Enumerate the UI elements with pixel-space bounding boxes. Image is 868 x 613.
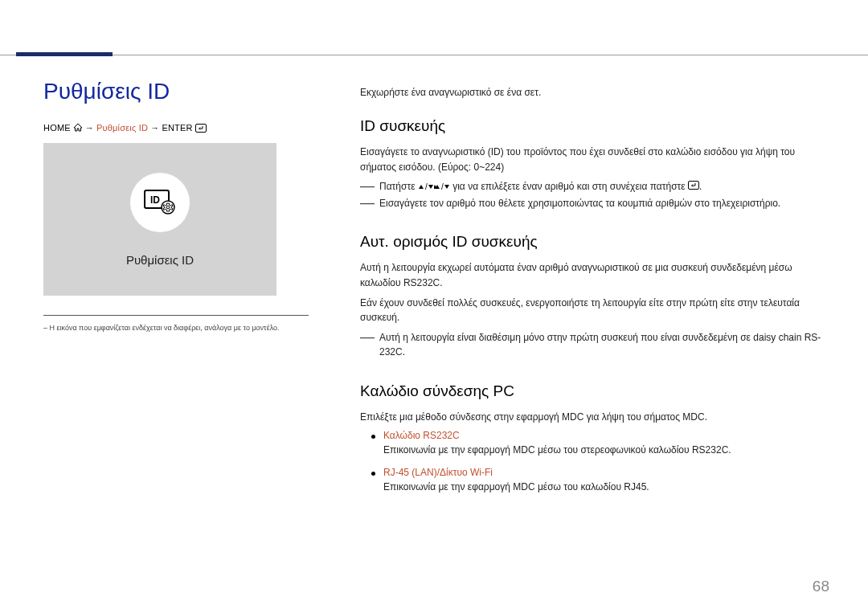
home-icon (73, 124, 83, 132)
section-device-id: ID συσκευής Εισαγάγετε το αναγνωριστικό … (360, 117, 831, 210)
auto-id-note: ― Αυτή η λειτουργία είναι διαθέσιμη μόνο… (360, 330, 831, 360)
enter-icon (195, 124, 207, 133)
auto-id-body-1: Αυτή η λειτουργία εκχωρεί αυτόματα έναν … (360, 260, 831, 290)
device-id-note-2: ― Εισαγάγετε τον αριθμό που θέλετε χρησι… (360, 196, 831, 211)
section-title-device-id: ID συσκευής (360, 117, 831, 135)
svg-text:/: / (441, 183, 444, 191)
auto-id-body-2: Εάν έχουν συνδεθεί πολλές συσκευές, ενερ… (360, 296, 831, 325)
page-number: 68 (813, 578, 829, 595)
enter-icon-inline (688, 181, 699, 190)
device-id-body: Εισαγάγετε το αναγνωριστικό (ID) του προ… (360, 145, 831, 174)
svg-text:ID: ID (150, 194, 160, 206)
image-disclaimer: – Η εικόνα που εμφανίζεται ενδέχεται να … (43, 315, 309, 332)
bullet-title-rs232c: Καλώδιο RS232C (383, 430, 460, 441)
breadcrumb: HOME → Ρυθμίσεις ID → ENTER (43, 123, 207, 133)
up-down-icon: / (418, 183, 434, 191)
section-title-auto-id: Αυτ. ορισμός ID συσκευής (360, 233, 831, 251)
section-auto-id: Αυτ. ορισμός ID συσκευής Αυτή η λειτουργ… (360, 233, 831, 360)
breadcrumb-home: HOME (43, 123, 71, 133)
breadcrumb-mid: Ρυθμίσεις ID (96, 123, 148, 133)
bullet-rs232c: Καλώδιο RS232C (371, 430, 831, 441)
section-title-pc-cable: Καλώδιο σύνδεσης PC (360, 382, 831, 400)
bullet-title-rj45: RJ-45 (LAN)/Δίκτυο Wi-Fi (383, 467, 493, 478)
device-screenshot: ID Ρυθμίσεις ID (43, 143, 276, 296)
bullet-rj45: RJ-45 (LAN)/Δίκτυο Wi-Fi (371, 467, 831, 478)
id-settings-icon: ID (130, 173, 190, 232)
bullet-desc-rj45: Επικοινωνία με την εφαρμογή MDC μέσω του… (383, 481, 831, 492)
intro-text: Εκχωρήστε ένα αναγνωριστικό σε ένα σετ. (360, 87, 831, 98)
svg-point-3 (162, 201, 174, 214)
pc-cable-body: Επιλέξτε μια μέθοδο σύνδεσης στην εφαρμο… (360, 410, 831, 425)
bullet-desc-rs232c: Επικοινωνία με την εφαρμογή MDC μέσω του… (383, 444, 831, 456)
screenshot-label: Ρυθμίσεις ID (126, 253, 194, 267)
breadcrumb-enter: ENTER (162, 123, 192, 133)
device-id-note-1: ― Πατήστε // για να επιλέξετε έναν αριθμ… (360, 179, 831, 194)
page-title: Ρυθμίσεις ID (43, 79, 170, 104)
section-pc-cable: Καλώδιο σύνδεσης PC Επιλέξτε μια μέθοδο … (360, 382, 831, 492)
svg-text:/: / (425, 183, 428, 191)
